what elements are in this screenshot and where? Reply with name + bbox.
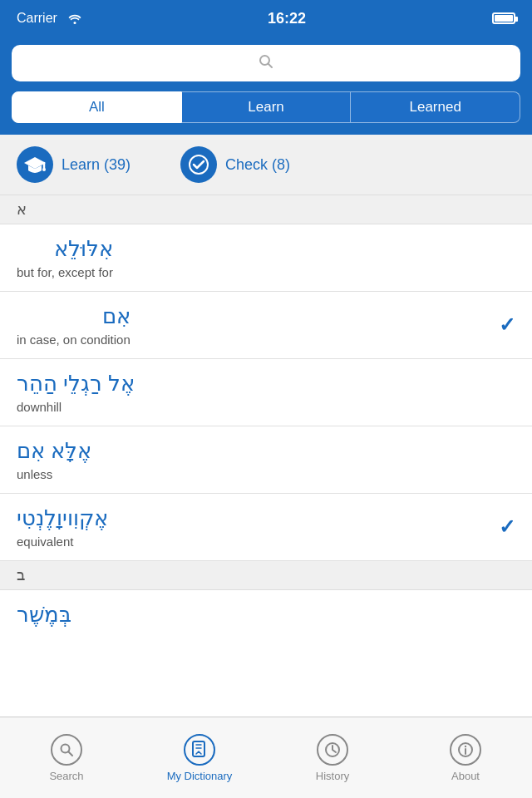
nav-search[interactable]: Search [0,717,133,798]
word-hebrew: אֶקְוִויוָלֶנְטִי [17,505,108,531]
list-item[interactable]: בְּמֶשֶׁר [0,590,532,643]
learn-icon [17,146,53,183]
checked-icon: ✓ [499,313,515,337]
learn-label: Learn (39) [62,156,131,174]
section-header-bet: ב [0,561,532,590]
search-bar[interactable] [12,45,520,81]
battery-area [492,12,515,24]
word-hebrew: אֶלָּא אִם [17,438,91,464]
search-icon [259,54,273,73]
check-icon [180,146,217,183]
about-nav-icon [450,734,481,766]
svg-point-0 [74,22,76,24]
tab-all[interactable]: All [12,91,182,123]
svg-rect-9 [193,741,204,756]
list-item[interactable]: אִלּוּלֵא but for, except for [0,224,532,292]
word-translation: equivalent [17,534,108,549]
status-bar: Carrier 16:22 [0,0,532,37]
word-list: א אִלּוּלֵא but for, except for אִם in c… [0,195,532,643]
action-row: Learn (39) Check (8) [0,135,532,195]
svg-point-6 [190,155,208,174]
carrier-label: Carrier [17,11,81,26]
nav-history-label: History [316,770,349,782]
tab-learned[interactable]: Learned [350,91,520,123]
svg-line-8 [68,751,72,756]
svg-point-15 [465,745,466,746]
list-item[interactable]: אֶקְוִויוָלֶנְטִי equivalent ✓ [0,494,532,561]
nav-my-dictionary[interactable]: My Dictionary [133,717,266,798]
search-nav-icon [51,734,82,766]
word-hebrew: אִם [17,303,131,329]
word-translation: unless [17,467,91,481]
nav-my-dictionary-label: My Dictionary [167,770,233,782]
checked-icon: ✓ [499,515,515,539]
list-item[interactable]: אִם in case, on condition ✓ [0,292,532,359]
list-item[interactable]: אֶל רַגְלֵי הַהֵר downhill [0,359,532,426]
svg-line-2 [268,63,273,67]
word-translation: downhill [17,400,135,414]
word-translation: but for, except for [17,265,113,279]
filter-tabs: All Learn Learned [0,91,532,135]
check-button[interactable]: Check (8) [180,146,290,183]
word-translation: in case, on condition [17,332,131,347]
word-hebrew: בְּמֶשֶׁר [17,602,71,628]
check-label: Check (8) [225,156,290,174]
word-hebrew: אִלּוּלֵא [17,236,113,262]
list-item[interactable]: אֶלָּא אִם unless [0,426,532,494]
nav-search-label: Search [49,770,83,782]
header [0,37,532,91]
tab-learn[interactable]: Learn [182,91,351,123]
nav-about-label: About [451,770,480,782]
history-nav-icon [317,734,348,766]
bottom-nav: Search My Dictionary History [0,717,532,798]
svg-point-5 [42,168,46,171]
learn-button[interactable]: Learn (39) [17,146,131,183]
nav-history[interactable]: History [266,717,399,798]
nav-about[interactable]: About [399,717,532,798]
svg-marker-3 [24,157,46,169]
my-dictionary-nav-icon [184,734,215,766]
word-hebrew: אֶל רַגְלֵי הַהֵר [17,371,135,397]
section-header-alef: א [0,195,532,224]
time-display: 16:22 [268,10,306,27]
